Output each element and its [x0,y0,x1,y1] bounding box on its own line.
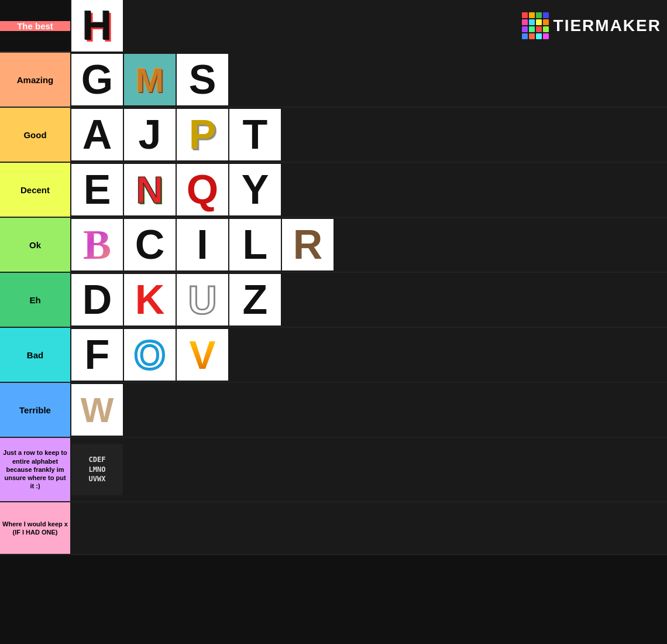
tiermaker-logo: TiERMAKER [522,12,661,39]
tier-items-alphabet: CDEFLMNOUVWX [70,438,667,501]
letter-display: Y [242,166,269,213]
letter-display: K [135,276,165,323]
list-item: V [177,329,228,381]
letter-display: R [293,221,323,268]
letter-display: H [82,2,112,49]
logo-text: TiERMAKER [553,16,661,35]
letter-display: B [83,221,111,269]
letter-display: Z [243,276,268,323]
list-item: I [177,219,228,270]
list-item: Y [229,164,281,215]
letter-display: C [135,221,165,268]
letter-display: D [82,276,112,323]
tier-label-alphabet: Just a row to keep to entire alphabet be… [0,438,70,501]
list-item: F [71,329,123,381]
tier-row-eh: Eh D K U Z [0,273,667,328]
tier-label-decent: Decent [0,163,70,217]
list-item: J [124,109,176,160]
tier-label-good: Good [0,108,70,162]
tier-items-decent: E N Q Y [70,163,667,217]
tier-row-alphabet: Just a row to keep to entire alphabet be… [0,438,667,502]
list-item: M [124,54,176,105]
list-item: S [177,54,228,105]
tier-label-x: Where I would keep x (IF I HAD ONE) [0,502,70,554]
letter-display: E [84,166,111,213]
letter-display: L [243,221,268,268]
letter-display: O [135,332,166,378]
list-item: E [71,164,123,215]
list-item: L [229,219,281,270]
letter-display: T [243,111,268,158]
tier-row-x: Where I would keep x (IF I HAD ONE) [0,502,667,555]
tier-label-amazing: Amazing [0,53,70,107]
list-item: C [124,219,176,270]
tier-items-terrible: W [70,383,667,437]
list-item: N [124,164,176,215]
tier-row-bad: Bad F O V [0,328,667,383]
list-item: K [124,274,176,326]
tiermaker-app: The best H TiERMAKER Amazing G M S [0,0,667,555]
tier-label-bad: Bad [0,328,70,382]
alphabet-display: CDEFLMNOUVWX [89,455,106,484]
letter-display: P [189,111,216,158]
list-item: R [282,219,334,270]
list-item: Z [229,274,281,326]
letter-display: J [139,111,161,158]
letter-display: A [82,111,112,158]
letter-display: Q [187,166,218,213]
tier-items-bad: F O V [70,328,667,382]
list-item: A [71,109,123,160]
list-item: U [177,274,228,326]
list-item: P [177,109,228,160]
tier-items-amazing: G M S [70,53,667,107]
letter-display: M [136,60,164,100]
list-item: O [124,329,176,381]
letter-display: F [85,331,110,378]
tier-row-ok: Ok B C I L R [0,218,667,273]
letter-display: W [81,390,114,430]
tier-label-eh: Eh [0,273,70,327]
list-item: B [71,219,123,270]
tier-label-the-best: The best [0,21,70,31]
tier-row-decent: Decent E N Q Y [0,163,667,218]
list-item: W [71,384,123,436]
tier-items-eh: D K U Z [70,273,667,327]
letter-display: G [81,56,113,103]
list-item: H [71,0,123,52]
tier-row-terrible: Terrible W [0,383,667,438]
tier-row-amazing: Amazing G M S [0,53,667,108]
letter-display: N [136,168,164,212]
header-row: The best H TiERMAKER [0,0,667,53]
list-item: G [71,54,123,105]
list-item: CDEFLMNOUVWX [71,444,123,495]
logo-grid-icon [522,12,549,39]
tier-items-x [70,502,667,554]
tier-row-good: Good A J P T [0,108,667,163]
letter-display: U [188,277,216,323]
letter-display: V [189,332,215,378]
tier-label-terrible: Terrible [0,383,70,437]
letter-display: I [197,221,208,268]
tier-items-ok: B C I L R [70,218,667,272]
list-item: T [229,109,281,160]
list-item: Q [177,164,228,215]
letter-display: S [189,56,216,103]
tier-items-good: A J P T [70,108,667,162]
list-item: D [71,274,123,326]
tier-label-ok: Ok [0,218,70,272]
